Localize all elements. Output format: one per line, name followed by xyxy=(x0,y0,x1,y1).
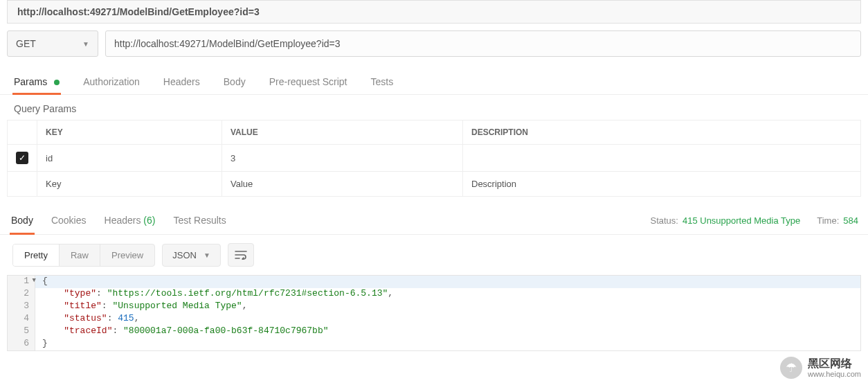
wrap-lines-button[interactable] xyxy=(228,243,254,267)
http-method-select[interactable]: GET ▼ xyxy=(7,30,98,57)
table-row: ✓ id 3 xyxy=(8,145,861,172)
format-value: JSON xyxy=(172,250,197,260)
response-body-editor[interactable]: 1▼ { 2 "type": "https://tools.ietf.org/h… xyxy=(7,275,861,351)
wrap-icon xyxy=(235,250,247,260)
col-description: DESCRIPTION xyxy=(463,121,861,145)
resp-tab-headers-count: (6) xyxy=(143,215,155,226)
resp-tab-test-results[interactable]: Test Results xyxy=(172,206,227,234)
tab-authorization[interactable]: Authorization xyxy=(82,69,141,94)
line-number: 3 xyxy=(8,301,35,313)
request-url-input[interactable]: http://localhost:49271/ModelBind/GetEmpl… xyxy=(105,30,861,57)
line-number: 4 xyxy=(8,313,35,326)
row-checkbox-empty[interactable] xyxy=(8,172,37,197)
json-value: 415 xyxy=(118,313,134,323)
row-checkbox[interactable]: ✓ xyxy=(16,152,28,164)
format-select[interactable]: JSON ▼ xyxy=(162,244,221,267)
json-key: "title" xyxy=(64,301,102,311)
param-value-cell[interactable]: 3 xyxy=(221,145,462,172)
request-tabs: Params Authorization Headers Body Pre-re… xyxy=(0,69,868,95)
view-preview[interactable]: Preview xyxy=(100,244,154,266)
response-meta: Status: 415 Unsupported Media Type Time:… xyxy=(650,215,858,226)
time-value: 584 xyxy=(843,215,858,226)
resp-tab-headers[interactable]: Headers (6) xyxy=(103,206,157,234)
response-tabs: Body Cookies Headers (6) Test Results xyxy=(10,206,228,234)
status-value: 415 Unsupported Media Type xyxy=(682,215,800,226)
tab-tests[interactable]: Tests xyxy=(370,69,395,94)
tab-headers[interactable]: Headers xyxy=(162,69,201,94)
chevron-down-icon: ▼ xyxy=(82,40,89,48)
view-raw[interactable]: Raw xyxy=(60,244,100,266)
param-description-cell[interactable] xyxy=(463,145,861,172)
col-check xyxy=(8,121,37,145)
query-params-table: KEY VALUE DESCRIPTION ✓ id 3 Key Value D… xyxy=(7,120,861,197)
query-params-title: Query Params xyxy=(0,95,868,120)
line-number: 5 xyxy=(8,326,35,338)
json-key: "type" xyxy=(64,288,96,299)
fold-caret-icon[interactable]: ▼ xyxy=(33,277,36,284)
col-key: KEY xyxy=(37,121,222,145)
response-view-toolbar: Pretty Raw Preview JSON ▼ xyxy=(0,235,868,275)
param-key-cell[interactable]: id xyxy=(37,145,222,172)
tab-params-label: Params xyxy=(14,76,47,87)
time-label: Time: xyxy=(817,215,839,226)
json-value: "Unsupported Media Type" xyxy=(112,301,242,311)
line-number: 1▼ xyxy=(8,276,35,288)
chevron-down-icon: ▼ xyxy=(204,251,210,259)
line-number: 2 xyxy=(8,288,35,301)
table-row-new: Key Value Description xyxy=(8,172,861,197)
request-title: http://localhost:49271/ModelBind/GetEmpl… xyxy=(7,0,861,24)
json-key: "traceId" xyxy=(64,326,112,336)
json-key: "status" xyxy=(64,313,107,323)
line-number: 6 xyxy=(8,338,35,350)
col-value: VALUE xyxy=(221,121,462,145)
view-pretty[interactable]: Pretty xyxy=(13,244,60,266)
json-value: "800001a7-000a-fa00-b63f-84710c7967bb" xyxy=(123,326,328,336)
resp-tab-cookies[interactable]: Cookies xyxy=(50,206,88,234)
param-key-placeholder[interactable]: Key xyxy=(37,172,222,197)
view-mode-group: Pretty Raw Preview xyxy=(12,244,155,267)
tab-prerequest[interactable]: Pre-request Script xyxy=(268,69,349,94)
tab-body[interactable]: Body xyxy=(222,69,247,94)
params-active-dot-icon xyxy=(54,80,60,85)
param-value-placeholder[interactable]: Value xyxy=(221,172,462,197)
tab-params[interactable]: Params xyxy=(12,69,61,94)
param-description-placeholder[interactable]: Description xyxy=(463,172,861,197)
resp-tab-body[interactable]: Body xyxy=(10,206,35,234)
resp-tab-headers-label: Headers xyxy=(105,215,141,226)
http-method-value: GET xyxy=(16,38,36,49)
status-label: Status: xyxy=(650,215,678,226)
json-value: "https://tools.ietf.org/html/rfc7231#sec… xyxy=(107,288,388,299)
